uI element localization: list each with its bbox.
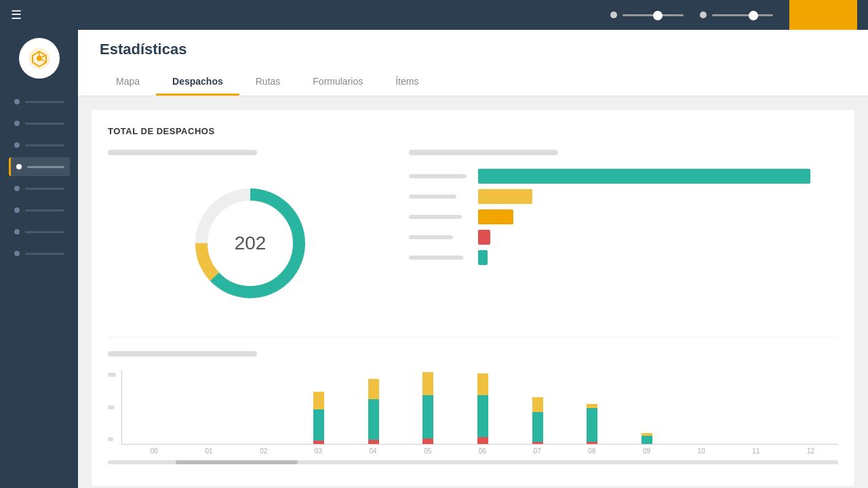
- sidebar-dot-4: [16, 164, 22, 169]
- bottom-section: 00 01 02 03 04 05 06 07 08 09 10: [108, 351, 838, 464]
- sidebar-dot-6: [14, 207, 20, 213]
- sidebar-dot-3: [14, 142, 20, 148]
- stacked-bar-chart-container: 00 01 02 03 04 05 06 07 08 09 10: [108, 370, 838, 464]
- hamburger-icon[interactable]: ☰: [11, 7, 22, 22]
- sidebar-dot-5: [14, 186, 20, 191]
- x-label-01: 01: [182, 447, 237, 455]
- nav-track-1[interactable]: [623, 14, 684, 16]
- svg-point-1: [37, 56, 42, 61]
- horizontal-bar-chart: [409, 169, 838, 265]
- hbar-label-line-3: [409, 215, 462, 219]
- card-title: TOTAL DE DESPACHOS: [108, 126, 838, 136]
- main-layout: Estadísticas Mapa Despachos Rutas Formul…: [0, 30, 868, 488]
- sidebar-line-7: [25, 231, 64, 233]
- tab-rutas[interactable]: Rutas: [239, 69, 297, 96]
- page-title: Estadísticas: [100, 41, 846, 58]
- donut-label-bar: [108, 150, 257, 155]
- bar-yellow-03: [313, 392, 324, 409]
- sidebar-item-2[interactable]: [9, 114, 70, 133]
- sidebar-logo[interactable]: [19, 38, 60, 79]
- bar-red-03: [313, 441, 324, 444]
- hbar-row-1: [409, 169, 838, 184]
- sidebar-item-4[interactable]: [9, 157, 70, 176]
- bar-red-04: [368, 440, 379, 444]
- x-label-05: 05: [400, 447, 455, 455]
- sidebar-line-5: [25, 188, 64, 190]
- tab-formularios[interactable]: Formularios: [296, 69, 379, 96]
- bar-group-09: [619, 433, 674, 444]
- hbar-label-line-4: [409, 235, 453, 239]
- x-axis-labels: 00 01 02 03 04 05 06 07 08 09 10: [121, 447, 838, 455]
- sidebar-item-8[interactable]: [9, 244, 70, 263]
- x-label-00: 00: [127, 447, 182, 455]
- sidebar-dot-1: [14, 99, 20, 104]
- stats-card: TOTAL DE DESPACHOS: [92, 110, 854, 486]
- bar-teal-05: [422, 395, 433, 439]
- bar-red-05: [422, 439, 433, 444]
- hbar-row-4: [409, 230, 838, 245]
- bar-red-08: [587, 442, 597, 444]
- top-navbar: ☰: [0, 0, 868, 30]
- bar-teal-08: [587, 408, 597, 442]
- bar-group-05: [401, 372, 456, 444]
- sidebar-item-6[interactable]: [9, 201, 70, 220]
- hbar-row-5: [409, 250, 838, 265]
- hbar-label-4: [409, 235, 470, 239]
- y-scale-bar: [108, 373, 116, 377]
- hbar-row-2: [409, 189, 838, 204]
- nav-track-2[interactable]: [712, 14, 773, 16]
- bar-red-07: [532, 442, 543, 444]
- hbar-label-line-2: [409, 195, 456, 199]
- sidebar-line-1: [25, 101, 64, 103]
- sidebar-line-6: [25, 209, 64, 211]
- x-label-10: 10: [674, 447, 729, 455]
- upper-section: 202: [108, 150, 838, 315]
- donut-value: 202: [235, 232, 267, 254]
- x-label-03: 03: [291, 447, 346, 455]
- x-label-12: 12: [783, 447, 838, 455]
- x-label-02: 02: [236, 447, 291, 455]
- bar-teal-06: [477, 395, 488, 437]
- sidebar-item-5[interactable]: [9, 179, 70, 198]
- bar-teal-07: [532, 412, 543, 442]
- nav-controls: [610, 0, 857, 30]
- x-label-06: 06: [455, 447, 510, 455]
- sidebar-item-7[interactable]: [9, 222, 70, 241]
- donut-container: 202: [108, 171, 393, 315]
- hbar-label-1: [409, 174, 470, 178]
- hbar-label-2: [409, 195, 470, 199]
- sidebar-line-8: [25, 253, 64, 255]
- bar-group-03: [292, 392, 347, 444]
- hbar-1: [478, 169, 810, 184]
- tab-items[interactable]: Ítems: [379, 69, 435, 96]
- bar-teal-09: [642, 436, 652, 444]
- left-panel: 202: [108, 150, 393, 315]
- sidebar: [0, 30, 78, 488]
- nav-slider-1[interactable]: [610, 12, 684, 18]
- tab-mapa[interactable]: Mapa: [100, 69, 156, 96]
- chart-scrollbar-thumb[interactable]: [176, 460, 298, 464]
- bar-group-04: [346, 379, 401, 444]
- x-label-07: 07: [510, 447, 565, 455]
- nav-thumb-1: [653, 11, 663, 20]
- donut-chart: 202: [189, 182, 311, 304]
- hbar-5: [478, 250, 488, 265]
- chart-scrollbar-track[interactable]: [108, 460, 838, 464]
- nav-action-button[interactable]: [789, 0, 857, 30]
- hbar-row-3: [409, 209, 838, 224]
- nav-slider-2[interactable]: [700, 12, 773, 18]
- bar-teal-04: [368, 399, 379, 440]
- sidebar-item-1[interactable]: [9, 92, 70, 111]
- nav-thumb-2: [749, 11, 758, 20]
- x-label-04: 04: [346, 447, 401, 455]
- stacked-bar-chart: [121, 370, 838, 445]
- y-scale-bar: [108, 437, 113, 441]
- sidebar-dot-7: [14, 229, 20, 235]
- bar-group-08: [565, 404, 620, 444]
- sidebar-item-3[interactable]: [9, 136, 70, 155]
- bar-group-07: [510, 397, 565, 444]
- bottom-header-bar: [108, 351, 257, 357]
- bar-yellow-05: [422, 372, 433, 395]
- tab-despachos[interactable]: Despachos: [156, 69, 239, 96]
- hbar-label-line-5: [409, 256, 463, 260]
